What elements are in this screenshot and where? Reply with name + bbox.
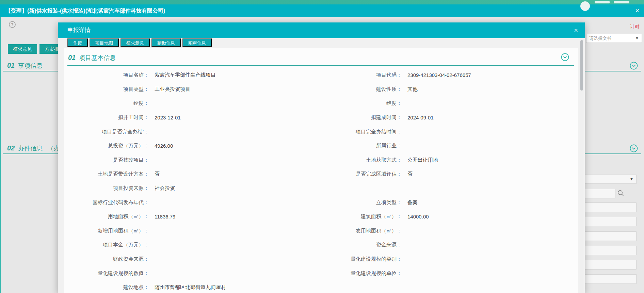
field-value: 紫宸汽车零部件生产线项目 — [155, 72, 216, 78]
section-title: 项目基本信息 — [79, 54, 116, 61]
collapse-chevron-icon[interactable] — [630, 62, 638, 70]
section-number: 01 — [7, 62, 15, 69]
scrollbar-thumb[interactable] — [580, 40, 583, 91]
field-label: 新增用地面积（㎡） — [68, 228, 149, 234]
modal-scrollbar[interactable] — [580, 38, 583, 293]
form-field: 国标行业代码发布年代 — [64, 199, 320, 206]
form-field: 建筑面积（㎡）14000.00 — [320, 213, 578, 220]
form-field: 经度 — [64, 100, 320, 107]
case-dropdown[interactable]: ▼ — [579, 175, 637, 184]
field-label: 用地面积（㎡） — [68, 213, 149, 220]
field-value: 14000.00 — [407, 214, 429, 219]
field-value: 否 — [407, 171, 413, 177]
window-title: 【受理】(新)供水报装-(供水报装)(湖北紫宸汽车部件科技有限公司) — [5, 4, 165, 17]
text-input[interactable] — [579, 274, 637, 284]
window-close-icon[interactable]: × — [633, 6, 641, 15]
page-left-accent — [0, 17, 1, 293]
window-title-bar: 【受理】(新)供水报装-(供水报装)(湖北紫宸汽车部件科技有限公司) × — [0, 4, 644, 17]
field-value: 2309-421303-04-02-676657 — [407, 72, 471, 78]
field-value: 备案 — [407, 199, 418, 206]
top-user-strip — [0, 0, 644, 4]
field-value: 工业类投资项目 — [155, 86, 190, 93]
form-row: 经度维度 — [64, 96, 578, 111]
form-row: 项目是否完全办结'项目完全办结时间 — [64, 125, 578, 139]
form-field: 项目完全办结时间 — [320, 129, 578, 135]
form-row: 用地面积（㎡）11836.79建筑面积（㎡）14000.00 — [64, 210, 578, 224]
project-info-form: 项目名称紫宸汽车零部件生产线项目项目代码2309-421303-04-02-67… — [64, 68, 578, 293]
seek-opinions-button[interactable]: 征求意见 — [8, 44, 37, 54]
form-row: 是否技改项目土地获取方式公开出让用地 — [64, 153, 578, 167]
field-label: 项目代码 — [320, 72, 402, 78]
form-field: 拟开工时间2023-12-01 — [64, 114, 320, 121]
field-value: 公开出让用地 — [407, 157, 438, 163]
form-field: 是否技改项目 — [64, 157, 320, 163]
tab-seek-opinions[interactable]: 征求意见 — [120, 38, 150, 47]
field-value: 2024-09-01 — [407, 115, 434, 120]
field-value: 2023-12-01 — [155, 115, 181, 120]
text-input[interactable] — [579, 260, 637, 270]
field-label: 农用地面积（㎡） — [320, 228, 402, 234]
project-basic-info-panel: 01项目基本信息 项目名称紫宸汽车零部件生产线项目项目代码2309-421303… — [64, 48, 578, 293]
tab-project-map[interactable]: 项目地图 — [90, 38, 119, 47]
form-row: 量化建设规模的数值量化建设规模的单位 — [64, 266, 578, 280]
clipped-username-text — [595, 1, 610, 3]
field-value: 11836.79 — [155, 214, 175, 219]
form-field: 拟建成时间2024-09-01 — [320, 114, 578, 121]
form-field: 建设性质其他 — [320, 86, 578, 93]
text-input[interactable] — [579, 231, 637, 241]
form-field: 量化建设规模的单位 — [320, 270, 578, 277]
text-input[interactable] — [579, 246, 637, 255]
tab-void[interactable]: 作废 — [67, 38, 88, 47]
tab-survey-info[interactable]: 踏勘信息 — [151, 38, 181, 47]
chevron-down-icon: ▼ — [635, 34, 639, 43]
text-input[interactable] — [579, 202, 637, 212]
form-field: 立项类型备案 — [320, 199, 578, 206]
field-label: 项目完全办结时间 — [320, 129, 402, 135]
section-header-matter-info: 01事项信息 — [7, 62, 43, 70]
text-input[interactable] — [579, 217, 637, 226]
form-field: 项目名称紫宸汽车零部件生产线项目 — [64, 72, 320, 78]
form-field: 农用地面积（㎡） — [320, 228, 578, 234]
section-divider — [67, 65, 574, 66]
help-icon[interactable]: ? — [9, 21, 16, 28]
form-field: 总投资（万元）4926.00 — [64, 143, 320, 149]
field-value: 社会投资 — [155, 185, 175, 192]
collapse-chevron-icon[interactable] — [630, 144, 638, 152]
form-field: 土地是否带设计方案否 — [64, 171, 320, 177]
form-field: 项目本金（万元） — [64, 242, 320, 248]
timer-label: 计时 — [630, 24, 640, 30]
clipped-greeting-text — [614, 1, 629, 3]
form-field: 项目投资来源社会投资 — [64, 185, 320, 192]
section-header-project-basic-info: 01项目基本信息 — [68, 54, 116, 62]
field-label: 量化建设规模的类别 — [320, 256, 402, 262]
field-label: 拟建成时间 — [320, 114, 402, 121]
field-label: 是否技改项目 — [68, 157, 149, 163]
form-field: 财政资金来源 — [64, 256, 320, 262]
field-value: 随州市曾都区北郊街道九间屋村 — [155, 284, 226, 291]
modal-title: 申报详情 — [67, 22, 91, 38]
field-label: 经度 — [68, 100, 149, 107]
modal-close-icon[interactable]: × — [572, 26, 580, 34]
field-label: 土地是否带设计方案 — [68, 171, 149, 177]
form-field: 用地面积（㎡）11836.79 — [64, 213, 320, 220]
field-label: 资金来源 — [320, 242, 402, 248]
field-label: 量化建设规模的单位 — [320, 270, 402, 277]
form-field: 是否完成区域评估否 — [320, 171, 578, 177]
declaration-detail-modal: 申报详情 × 作废项目地图征求意见踏勘信息图审信息 01项目基本信息 项目名称紫… — [58, 22, 585, 293]
form-row: 项目名称紫宸汽车零部件生产线项目项目代码2309-421303-04-02-67… — [64, 68, 578, 82]
field-value: 其他 — [407, 86, 418, 93]
collapse-chevron-icon[interactable] — [561, 53, 569, 61]
document-select-value: 请选择文书 — [589, 34, 611, 43]
tab-drawing-review[interactable]: 图审信息 — [182, 38, 212, 47]
document-select[interactable]: 请选择文书 ▼ — [586, 34, 642, 43]
form-field: 项目类型工业类投资项目 — [64, 86, 320, 93]
form-row: 财政资金来源量化建设规模的类别 — [64, 252, 578, 266]
form-row: 项目类型工业类投资项目建设性质其他 — [64, 82, 578, 97]
form-row: 拟开工时间2023-12-01拟建成时间2024-09-01 — [64, 111, 578, 125]
field-label: 拟开工时间 — [68, 114, 149, 121]
search-icon[interactable] — [617, 189, 625, 197]
avatar[interactable] — [580, 1, 590, 11]
form-field: 项目是否完全办结' — [64, 129, 320, 135]
field-label: 建设地点 — [68, 284, 149, 291]
field-label: 立项类型 — [320, 199, 402, 206]
